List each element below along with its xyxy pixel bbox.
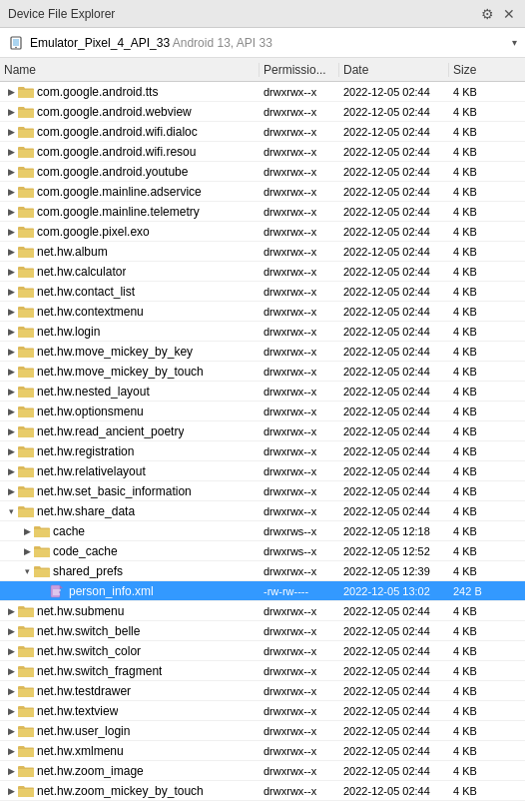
table-row[interactable]: ▶ net.hw.relativelayoutdrwxrwx--x2022-12… [0,461,525,481]
table-row[interactable]: ▶ com.google.android.webviewdrwxrwx--x20… [0,102,525,122]
expand-arrow-icon[interactable]: ▶ [4,185,18,199]
date-cell: 2022-12-05 02:44 [339,645,449,657]
table-row[interactable]: ▶ net.hw.albumdrwxrwx--x2022-12-05 02:44… [0,242,525,262]
expand-arrow-icon[interactable]: ▶ [4,484,18,498]
expand-arrow-icon[interactable]: ▶ [4,424,18,438]
table-row[interactable]: ▶ net.hw.optionsmenudrwxrwx--x2022-12-05… [0,402,525,421]
dropdown-arrow-icon[interactable]: ▾ [512,37,517,48]
date-cell: 2022-12-05 02:44 [339,465,449,477]
expand-arrow-icon[interactable]: ▶ [4,265,18,279]
table-row[interactable]: ▶ net.hw.zoom_mickey_by_touchdrwxrwx--x2… [0,781,525,801]
permissions-cell: drwxrwx--x [260,785,339,797]
settings-icon[interactable]: ⚙ [479,6,495,22]
size-cell: 4 KB [449,346,509,358]
permissions-cell: drwxrws--x [260,525,339,537]
expand-arrow-icon[interactable]: ▶ [4,444,18,458]
table-row[interactable]: ▶ net.hw.switch_colordrwxrwx--x2022-12-0… [0,641,525,661]
expand-arrow-icon[interactable]: ▶ [4,684,18,698]
expand-arrow-icon[interactable]: ▶ [4,784,18,798]
expand-arrow-icon[interactable]: ▶ [4,704,18,718]
table-row[interactable]: ▶ net.hw.move_mickey_by_touchdrwxrwx--x2… [0,362,525,382]
table-row[interactable]: ▶ net.hw.logindrwxrwx--x2022-12-05 02:44… [0,322,525,342]
table-row[interactable]: ▶ net.hw.contact_listdrwxrwx--x2022-12-0… [0,282,525,302]
table-row[interactable]: ▶ cachedrwxrws--x2022-12-05 12:184 KB [0,521,525,541]
table-row[interactable]: ▶ com.google.android.wifi.resoudrwxrwx--… [0,142,525,162]
table-row[interactable]: ▶ com.google.mainline.adservicedrwxrwx--… [0,182,525,202]
permissions-cell: drwxrwx--x [260,246,339,258]
table-row[interactable]: ▶ com.google.pixel.exodrwxrwx--x2022-12-… [0,222,525,242]
expand-arrow-icon[interactable]: ▶ [20,524,34,538]
expand-arrow-icon[interactable]: ▾ [20,564,34,578]
table-row[interactable]: ▶ com.google.android.ttsdrwxrwx--x2022-1… [0,82,525,102]
expand-arrow-icon[interactable]: ▶ [4,664,18,678]
expand-arrow-icon[interactable] [36,584,50,598]
expand-arrow-icon[interactable]: ▶ [4,405,18,418]
table-row[interactable]: ▶ net.hw.xmlmenudrwxrwx--x2022-12-05 02:… [0,741,525,761]
file-name-cell: ▶ net.hw.switch_fragment [0,664,260,678]
expand-arrow-icon[interactable]: ▶ [4,604,18,618]
table-row[interactable]: ▶ net.hw.textviewdrwxrwx--x2022-12-05 02… [0,701,525,721]
file-name-text: net.hw.xmlmenu [37,744,124,758]
expand-arrow-icon[interactable]: ▶ [4,724,18,738]
table-row[interactable]: ▶ net.hw.contextmenudrwxrwx--x2022-12-05… [0,302,525,322]
expand-arrow-icon[interactable]: ▶ [4,464,18,478]
table-row[interactable]: ▶ net.hw.calculatordrwxrwx--x2022-12-05 … [0,262,525,282]
date-cell: 2022-12-05 02:44 [339,785,449,797]
expand-arrow-icon[interactable]: ▶ [4,125,18,139]
col-permissions[interactable]: Permissio... [260,63,339,77]
col-name[interactable]: Name [0,63,260,77]
file-icon [50,584,66,598]
expand-arrow-icon[interactable]: ▶ [4,245,18,259]
table-row[interactable]: ▶ net.hw.move_mickey_by_keydrwxrwx--x202… [0,342,525,362]
table-row[interactable]: ▶ net.hw.zoom_imagedrwxrwx--x2022-12-05 … [0,761,525,781]
expand-arrow-icon[interactable]: ▶ [4,165,18,179]
table-row[interactable]: ▶ net.hw.user_logindrwxrwx--x2022-12-05 … [0,721,525,741]
folder-icon [18,326,34,338]
table-row[interactable]: person_info.xml-rw-rw----2022-12-05 13:0… [0,581,525,601]
col-date[interactable]: Date [339,63,449,77]
folder-icon [18,505,34,517]
table-row[interactable]: ▶ net.hw.switch_fragmentdrwxrwx--x2022-1… [0,661,525,681]
table-row[interactable]: ▶ net.hw.registrationdrwxrwx--x2022-12-0… [0,441,525,461]
expand-arrow-icon[interactable]: ▶ [4,385,18,399]
table-row[interactable]: ▶ net.hw.testdrawerdrwxrwx--x2022-12-05 … [0,681,525,701]
table-row[interactable]: ▶ net.hw.read_ancient_poetrydrwxrwx--x20… [0,421,525,441]
expand-arrow-icon[interactable]: ▶ [4,305,18,319]
expand-arrow-icon[interactable]: ▶ [4,744,18,758]
file-name-cell: ▶ com.google.android.wifi.resou [0,145,260,159]
expand-arrow-icon[interactable]: ▶ [4,85,18,99]
size-cell: 4 KB [449,406,509,417]
expand-arrow-icon[interactable]: ▶ [4,764,18,778]
expand-arrow-icon[interactable]: ▶ [4,365,18,379]
col-size[interactable]: Size [449,63,509,77]
close-icon[interactable]: ✕ [501,6,517,22]
expand-arrow-icon[interactable]: ▶ [4,205,18,219]
file-name-text: com.google.mainline.telemetry [37,205,200,219]
table-row[interactable]: ▶ com.google.android.youtubedrwxrwx--x20… [0,162,525,182]
device-bar[interactable]: Emulator_Pixel_4_API_33 Android 13, API … [0,28,525,58]
expand-arrow-icon[interactable]: ▶ [4,145,18,159]
expand-arrow-icon[interactable]: ▶ [4,644,18,658]
table-row[interactable]: ▶ code_cachedrwxrws--x2022-12-05 12:524 … [0,541,525,561]
expand-arrow-icon[interactable]: ▶ [4,225,18,239]
table-row[interactable]: ▶ com.google.android.wifi.dialocdrwxrwx-… [0,122,525,142]
table-row[interactable]: ▶ net.hw.switch_belledrwxrwx--x2022-12-0… [0,621,525,641]
file-name-text: person_info.xml [69,584,154,598]
file-name-cell: ▶ com.google.android.tts [0,85,260,99]
expand-arrow-icon[interactable]: ▶ [4,624,18,638]
table-row[interactable]: ▶ net.hw.set_basic_informationdrwxrwx--x… [0,481,525,501]
expand-arrow-icon[interactable]: ▶ [20,544,34,558]
table-row[interactable]: ▶ net.hw.submenudrwxrwx--x2022-12-05 02:… [0,601,525,621]
expand-arrow-icon[interactable]: ▶ [4,285,18,299]
expand-arrow-icon[interactable]: ▶ [4,105,18,119]
file-name-cell: ▶ com.google.android.webview [0,105,260,119]
expand-arrow-icon[interactable]: ▶ [4,325,18,339]
size-cell: 4 KB [449,785,509,797]
table-row[interactable]: ▾ shared_prefsdrwxrwx--x2022-12-05 12:39… [0,561,525,581]
table-row[interactable]: ▶ com.google.mainline.telemetrydrwxrwx--… [0,202,525,222]
table-row[interactable]: ▶ net.hw.nested_layoutdrwxrwx--x2022-12-… [0,382,525,402]
expand-arrow-icon[interactable]: ▾ [4,504,18,518]
expand-arrow-icon[interactable]: ▶ [4,345,18,359]
table-row[interactable]: ▾ net.hw.share_datadrwxrwx--x2022-12-05 … [0,501,525,521]
size-cell: 4 KB [449,445,509,457]
